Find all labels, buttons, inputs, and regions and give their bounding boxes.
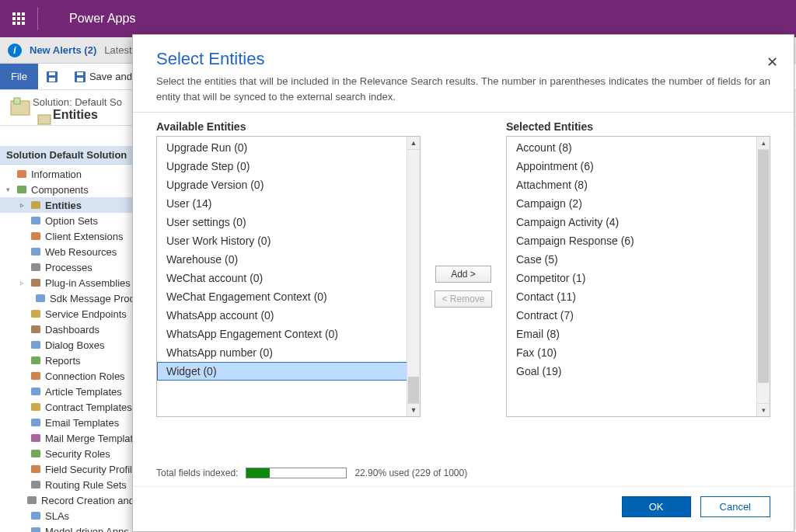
tree-item-routing-rule-sets[interactable]: Routing Rule Sets [0,477,148,492]
available-entity-option[interactable]: Upgrade Version (0) [157,176,420,194]
svg-rect-25 [31,419,40,426]
remove-button[interactable]: < Remove [435,290,491,308]
save-icon [46,71,58,83]
tree-item-label: Reports [45,355,81,367]
tree-item-slas[interactable]: SLAs [0,508,148,523]
save-button[interactable] [38,64,66,89]
tree-item-model-driven-apps[interactable]: Model-driven Apps [0,523,148,532]
selected-entities-listbox[interactable]: Account (8)Appointment (6)Attachment (8)… [506,136,770,417]
selected-entity-option[interactable]: Competitor (1) [507,269,770,287]
tree-item-plug-in-assemblies[interactable]: ▹Plug-in Assemblies [0,275,148,290]
tree-item-reports[interactable]: Reports [0,353,148,368]
cancel-button[interactable]: Cancel [700,496,770,517]
solution-tree: Solution Default Solution Information▾Co… [0,146,148,532]
tree-item-entities[interactable]: ▹Entities [0,197,148,213]
tree-item-email-templates[interactable]: Email Templates [0,415,148,430]
available-entity-option[interactable]: User (14) [157,194,420,213]
selected-entity-option[interactable]: Campaign Response (6) [507,231,770,250]
tree-item-label: Plug-in Assemblies [45,277,131,289]
selected-entity-option[interactable]: Case (5) [507,250,770,269]
tree-item-label: Model-driven Apps [45,526,129,533]
svg-rect-19 [31,325,40,333]
tree-item-processes[interactable]: Processes [0,259,148,275]
tree-item-web-resources[interactable]: Web Resources [0,244,148,259]
tree-item-label: Information [31,169,82,180]
tree-item-information[interactable]: Information [0,166,148,182]
available-entity-option[interactable]: Widget (0) [157,362,420,381]
available-entity-option[interactable]: Warehouse (0) [157,250,420,269]
caret-icon: ▹ [20,279,26,287]
svg-rect-13 [31,232,40,240]
available-entity-option[interactable]: Upgrade Run (0) [157,138,420,157]
scroll-thumb[interactable] [758,150,769,383]
selected-entity-option[interactable]: Email (8) [507,325,770,343]
selected-entity-option[interactable]: Attachment (8) [507,176,770,194]
app-launcher-button[interactable] [0,0,37,37]
scroll-up-icon[interactable]: ▲ [407,137,420,150]
available-scrollbar[interactable]: ▲ ▼ [407,137,420,416]
tree-item-client-extensions[interactable]: Client Extensions [0,228,148,244]
alerts-link[interactable]: New Alerts (2) [30,44,96,56]
tree-item-field-security-profiles[interactable]: Field Security Profiles [0,461,148,477]
tree-item-dashboards[interactable]: Dashboards [0,322,148,337]
scroll-up-icon[interactable]: ▴ [757,137,770,150]
file-menu-button[interactable]: File [0,64,38,89]
tree-item-dialog-boxes[interactable]: Dialog Boxes [0,337,148,353]
svg-rect-11 [31,201,40,209]
tree-item-security-roles[interactable]: Security Roles [0,446,148,461]
scroll-thumb[interactable] [408,377,419,403]
available-entity-option[interactable]: WeChat account (0) [157,269,420,287]
available-entity-option[interactable]: WhatsApp account (0) [157,306,420,325]
tree-item-article-templates[interactable]: Article Templates [0,384,148,399]
tree-item-record-creation-and-u[interactable]: Record Creation and U [0,492,148,508]
security-roles-icon [30,447,42,460]
svg-rect-26 [31,434,40,442]
solution-icon [9,96,33,120]
email-templates-icon [30,416,42,429]
selected-entity-option[interactable]: Appointment (6) [507,157,770,176]
info-tree-icon [16,168,28,180]
available-entity-option[interactable]: WeChat Engagement Context (0) [157,287,420,306]
tree-item-connection-roles[interactable]: Connection Roles [0,368,148,384]
tree-item-label: Dialog Boxes [45,339,105,351]
available-entity-option[interactable]: Upgrade Step (0) [157,157,420,176]
available-entity-option[interactable]: WhatsApp Engagement Context (0) [157,325,420,343]
tree-item-option-sets[interactable]: Option Sets [0,213,148,228]
selected-entity-option[interactable]: Goal (19) [507,362,770,381]
svg-rect-14 [31,248,40,256]
tree-item-label: Email Templates [45,417,119,429]
tree-item-label: Connection Roles [45,370,125,382]
ok-button[interactable]: OK [622,496,691,517]
available-entity-option[interactable]: User settings (0) [157,213,420,231]
app-title: Power Apps [54,12,135,26]
available-entity-option[interactable]: User Work History (0) [157,231,420,250]
progress-text: 22.90% used (229 of 1000) [354,468,467,478]
selected-entity-option[interactable]: Campaign Activity (4) [507,213,770,231]
save-and-label: Save and [89,71,132,82]
selected-entity-option[interactable]: Fax (10) [507,343,770,362]
close-button[interactable]: ✕ [766,54,778,71]
add-button[interactable]: Add > [435,266,491,283]
save-and-button[interactable]: Save and [66,64,140,89]
tree-item-mail-merge-templates[interactable]: Mail Merge Templates [0,430,148,446]
tree-item-sdk-message-processin[interactable]: Sdk Message Processin [0,290,148,306]
tree-item-label: Record Creation and U [41,495,145,506]
model-apps-icon [30,525,42,532]
scroll-down-icon[interactable]: ▾ [757,403,770,416]
available-entity-option[interactable]: WhatsApp number (0) [157,343,420,362]
selected-entity-option[interactable]: Account (8) [507,138,770,157]
tree-item-service-endpoints[interactable]: Service Endpoints [0,306,148,322]
svg-rect-7 [14,98,20,104]
scroll-down-icon[interactable]: ▼ [407,403,420,416]
tree-item-components[interactable]: ▾Components [0,182,148,197]
selected-entity-option[interactable]: Contact (11) [507,287,770,306]
selected-entity-option[interactable]: Contract (7) [507,306,770,325]
sdk-icon [34,292,47,304]
caret-icon: ▹ [20,201,26,209]
dialog-description: Select the entities that will be include… [156,74,770,104]
tree-item-contract-templates[interactable]: Contract Templates [0,399,148,415]
selected-entity-option[interactable]: Campaign (2) [507,194,770,213]
svg-rect-4 [77,72,83,75]
selected-scrollbar[interactable]: ▴ ▾ [756,137,770,416]
available-entities-listbox[interactable]: Upgrade Run (0)Upgrade Step (0)Upgrade V… [156,136,421,417]
